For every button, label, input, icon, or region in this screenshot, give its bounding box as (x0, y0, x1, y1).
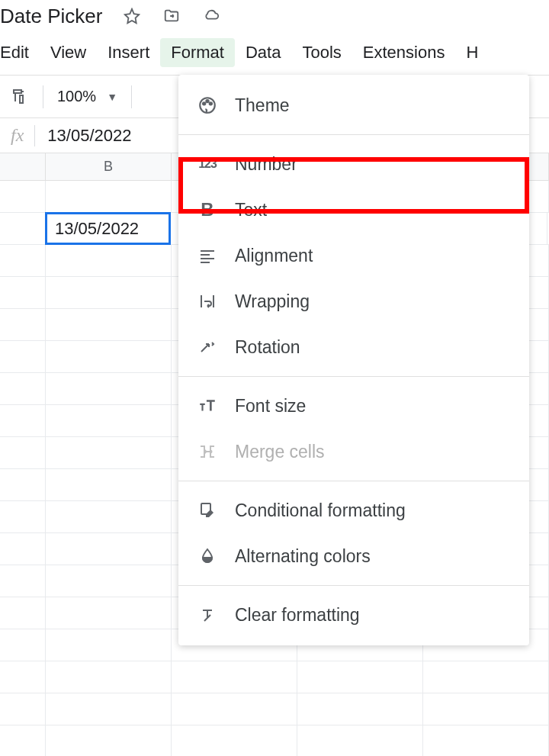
wrap-icon (197, 291, 218, 312)
row-header-2[interactable] (0, 213, 46, 244)
cell[interactable] (172, 693, 297, 725)
menu-theme[interactable]: Theme (178, 82, 529, 128)
row-header-10[interactable] (0, 469, 46, 500)
menu-extensions[interactable]: Extensions (352, 38, 456, 67)
zoom-selector[interactable]: 100% ▼ (57, 88, 117, 105)
move-folder-icon[interactable] (163, 8, 180, 24)
menu-fontsize[interactable]: Font size (178, 383, 529, 429)
cell[interactable] (46, 309, 172, 340)
cell[interactable] (172, 725, 297, 756)
formula-divider (34, 125, 35, 146)
cell[interactable] (46, 277, 172, 308)
menu-bar: Edit View Insert Format Data Tools Exten… (0, 32, 549, 76)
menu-insert[interactable]: Insert (97, 38, 160, 67)
bold-icon: B (197, 199, 218, 220)
cell[interactable] (46, 501, 172, 532)
svg-rect-6 (201, 258, 214, 259)
menu-text[interactable]: B Text (178, 187, 529, 233)
menu-wrapping[interactable]: Wrapping (178, 278, 529, 324)
row-header-6[interactable] (0, 341, 46, 372)
row-16 (0, 661, 549, 693)
clear-format-icon (197, 604, 218, 626)
menu-mergecells-label: Merge cells (235, 442, 325, 462)
menu-rotation[interactable]: Rotation (178, 324, 529, 370)
cell[interactable] (46, 341, 172, 372)
menu-conditional-label: Conditional formatting (235, 500, 406, 521)
column-header-b[interactable]: B (46, 153, 172, 180)
row-header-15[interactable] (0, 629, 46, 661)
cell-b2[interactable]: 13/05/2022 (45, 212, 171, 245)
row-header-5[interactable] (0, 309, 46, 340)
drop-icon (197, 545, 218, 567)
menu-number-label: Number (235, 154, 297, 175)
row-header-18[interactable] (0, 725, 46, 756)
cell[interactable] (46, 661, 172, 693)
svg-point-3 (210, 102, 212, 105)
cell[interactable] (423, 661, 549, 693)
menu-data[interactable]: Data (235, 38, 291, 67)
menu-conditional[interactable]: Conditional formatting (178, 487, 529, 533)
cell[interactable] (297, 725, 423, 756)
toolbar-divider-2 (131, 85, 132, 108)
chevron-down-icon: ▼ (107, 91, 117, 103)
menu-rotation-label: Rotation (235, 337, 300, 358)
dropdown-divider-2 (178, 376, 529, 377)
conditional-icon (197, 500, 218, 521)
document-title[interactable]: Date Picker (0, 5, 102, 28)
cell[interactable] (46, 565, 172, 597)
formula-value[interactable]: 13/05/2022 (47, 126, 131, 146)
cell[interactable] (423, 693, 549, 725)
cell[interactable] (46, 629, 172, 661)
cell[interactable] (46, 533, 172, 565)
cell-b1[interactable] (46, 181, 172, 212)
menu-alignment-label: Alignment (235, 246, 313, 266)
menu-help[interactable]: H (455, 38, 489, 67)
row-header-13[interactable] (0, 565, 46, 597)
row-17 (0, 693, 549, 725)
cell[interactable] (46, 693, 172, 725)
menu-clear-label: Clear formatting (235, 605, 360, 626)
cell[interactable] (46, 469, 172, 500)
row-header-1[interactable] (0, 181, 46, 212)
menu-theme-label: Theme (235, 95, 290, 116)
paint-format-icon[interactable] (8, 86, 29, 108)
row-header-16[interactable] (0, 661, 46, 693)
cell[interactable] (46, 245, 172, 276)
row-header-7[interactable] (0, 373, 46, 404)
row-header-4[interactable] (0, 277, 46, 308)
cell[interactable] (46, 373, 172, 404)
row-header-9[interactable] (0, 437, 46, 468)
cloud-icon[interactable] (203, 8, 220, 24)
format-dropdown-menu: Theme 123 Number B Text Alignment Wrappi… (178, 75, 529, 645)
row-header-12[interactable] (0, 533, 46, 565)
row-header-14[interactable] (0, 597, 46, 629)
row-header-11[interactable] (0, 501, 46, 532)
cell[interactable] (46, 437, 172, 468)
dropdown-divider (178, 134, 529, 135)
menu-format[interactable]: Format (160, 38, 235, 67)
menu-number[interactable]: 123 Number (178, 141, 529, 187)
cell[interactable] (172, 661, 297, 693)
fx-label: fx (0, 125, 34, 146)
cell[interactable] (46, 597, 172, 629)
menu-alignment[interactable]: Alignment (178, 233, 529, 278)
row-18 (0, 725, 549, 756)
row-header-8[interactable] (0, 405, 46, 436)
star-icon[interactable] (124, 8, 140, 24)
menu-mergecells: Merge cells (178, 429, 529, 475)
cell[interactable] (297, 661, 423, 693)
menu-edit[interactable]: Edit (0, 38, 40, 67)
row-header-17[interactable] (0, 693, 46, 725)
menu-tools[interactable]: Tools (291, 38, 352, 67)
menu-view[interactable]: View (40, 38, 97, 67)
row-header-3[interactable] (0, 245, 46, 276)
zoom-value: 100% (57, 88, 96, 105)
menu-clear[interactable]: Clear formatting (178, 592, 529, 638)
cell[interactable] (297, 693, 423, 725)
menu-alternating[interactable]: Alternating colors (178, 533, 529, 579)
cell[interactable] (46, 405, 172, 436)
cell[interactable] (423, 725, 549, 756)
cell[interactable] (46, 725, 172, 756)
select-all-corner[interactable] (0, 153, 46, 180)
number-icon: 123 (197, 153, 218, 175)
